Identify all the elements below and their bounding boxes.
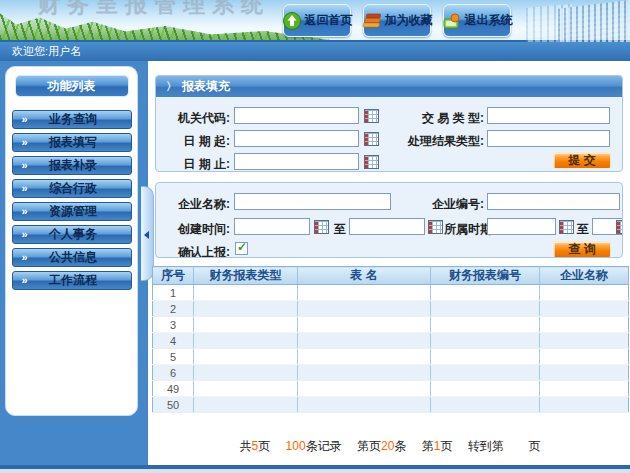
calendar-picker-icon[interactable] <box>314 220 329 234</box>
sidebar-item-label: 资源管理 <box>28 203 131 220</box>
company-name-label: 企业名称: <box>168 196 230 213</box>
create-time-to-input[interactable] <box>349 218 425 235</box>
date-to-input[interactable] <box>234 153 359 170</box>
cell-company <box>540 333 629 349</box>
result-type-label: 处理结果类型: <box>406 133 484 150</box>
company-query-panel: 企业名称: 企业编号: 创建时间: 至 所属时期: 至 确认上报: ✓ 查 询 <box>155 182 623 258</box>
goto-page: 转到第 页 <box>468 439 541 453</box>
table-row[interactable]: 6 <box>153 365 629 381</box>
date-from-input[interactable] <box>234 130 359 147</box>
table-row[interactable]: 49 <box>153 381 629 397</box>
results-table: 序号 财务报表类型 表 名 财务报表编号 企业名称 1 2 3 4 5 6 49… <box>152 266 629 413</box>
cell-company <box>540 317 629 333</box>
date-from-label: 日 期 起: <box>168 133 230 150</box>
cell-report-type <box>194 333 298 349</box>
row-index: 6 <box>153 365 194 381</box>
calendar-picker-icon[interactable] <box>364 109 379 123</box>
total-prefix: 共 <box>240 439 252 453</box>
company-code-label: 企业编号: <box>422 196 484 213</box>
cell-report-type <box>194 285 298 301</box>
sidebar-item-workflow[interactable]: » 工作流程 <box>12 271 132 290</box>
home-button[interactable]: 返回首页 <box>283 4 351 37</box>
current-page: 第1页 <box>422 439 453 453</box>
home-icon <box>282 11 302 31</box>
trade-type-input[interactable] <box>487 107 610 124</box>
checkmark-icon: ✓ <box>237 240 247 254</box>
sidebar-item-label: 报表补录 <box>28 157 131 174</box>
cell-table-name <box>298 333 431 349</box>
cell-report-number <box>431 349 540 365</box>
cell-company <box>540 349 629 365</box>
col-header-index: 序号 <box>153 267 194 285</box>
company-name-input[interactable] <box>234 193 391 210</box>
confirm-report-checkbox[interactable]: ✓ <box>235 242 248 255</box>
panel-header: 〉报表填充 <box>156 76 622 97</box>
sidebar-column: 功能列表 » 业务查询 » 报表填写 » 报表补录 » 综合行政 » 资源管理 <box>0 61 148 465</box>
table-row[interactable]: 2 <box>153 301 629 317</box>
period-label: 所属时期: <box>444 221 484 238</box>
sidebar-item-report-supplement[interactable]: » 报表补录 <box>12 156 132 175</box>
banner-buttons: 返回首页 加为收藏 退出系统 <box>283 4 523 37</box>
sidebar-item-label: 综合行政 <box>28 180 131 197</box>
cell-report-type <box>194 381 298 397</box>
org-code-input[interactable] <box>234 107 359 124</box>
sidebar-item-label: 业务查询 <box>28 111 131 128</box>
sidebar-item-label: 公共信息 <box>28 249 131 266</box>
calendar-picker-icon[interactable] <box>364 155 379 169</box>
row-index: 1 <box>153 285 194 301</box>
goto-label: 转到第 <box>468 439 504 453</box>
welcome-bar: 欢迎您:用户名 <box>0 42 630 61</box>
sidebar-item-resources[interactable]: » 资源管理 <box>12 202 132 221</box>
result-type-input[interactable] <box>487 130 610 147</box>
cell-company <box>540 397 629 413</box>
create-time-from-input[interactable] <box>234 218 310 235</box>
table-row[interactable]: 4 <box>153 333 629 349</box>
calendar-picker-icon[interactable] <box>616 220 623 234</box>
cell-table-name <box>298 397 431 413</box>
calendar-picker-icon[interactable] <box>428 220 443 234</box>
per-page-prefix: 第页 <box>357 439 381 453</box>
table-row[interactable]: 50 <box>153 397 629 413</box>
cell-report-number <box>431 365 540 381</box>
cell-company <box>540 301 629 317</box>
total-pages: 共5页 <box>240 439 271 453</box>
sidebar-item-admin[interactable]: » 综合行政 <box>12 179 132 198</box>
row-index: 50 <box>153 397 194 413</box>
cell-report-number <box>431 285 540 301</box>
sidebar-item-personal[interactable]: » 个人事务 <box>12 225 132 244</box>
goto-page-input[interactable] <box>507 440 525 454</box>
cell-table-name <box>298 317 431 333</box>
cell-report-type <box>194 301 298 317</box>
org-code-label: 机关代码: <box>168 110 230 127</box>
sidebar-item-label: 个人事务 <box>28 226 131 243</box>
col-header-table-name: 表 名 <box>298 267 431 285</box>
row-index: 4 <box>153 333 194 349</box>
current-suffix: 页 <box>440 439 452 453</box>
table-row[interactable]: 1 <box>153 285 629 301</box>
table-row[interactable]: 5 <box>153 349 629 365</box>
add-favorite-button-label: 加为收藏 <box>385 12 433 29</box>
cell-report-number <box>431 301 540 317</box>
sidebar-item-report-fill[interactable]: » 报表填写 <box>12 133 132 152</box>
submit-button[interactable]: 提 交 <box>553 152 611 169</box>
sidebar-item-business-query[interactable]: » 业务查询 <box>12 110 132 129</box>
cell-report-type <box>194 397 298 413</box>
company-code-input[interactable] <box>487 193 620 210</box>
home-button-label: 返回首页 <box>305 12 353 29</box>
logout-button[interactable]: 退出系统 <box>443 4 511 37</box>
sidebar-item-public-info[interactable]: » 公共信息 <box>12 248 132 267</box>
table-row[interactable]: 3 <box>153 317 629 333</box>
cell-company <box>540 285 629 301</box>
add-favorite-button[interactable]: 加为收藏 <box>363 4 431 37</box>
cell-table-name <box>298 349 431 365</box>
row-index: 5 <box>153 349 194 365</box>
calendar-picker-icon[interactable] <box>364 132 379 146</box>
sidebar-title[interactable]: 功能列表 <box>15 75 129 97</box>
period-from-input[interactable] <box>487 218 556 235</box>
calendar-picker-icon[interactable] <box>559 220 574 234</box>
record-suffix: 条记录 <box>306 439 342 453</box>
col-header-report-type: 财务报表类型 <box>194 267 298 285</box>
query-button[interactable]: 查 询 <box>553 241 611 258</box>
cell-table-name <box>298 381 431 397</box>
date-to-label: 日 期 止: <box>168 156 230 172</box>
